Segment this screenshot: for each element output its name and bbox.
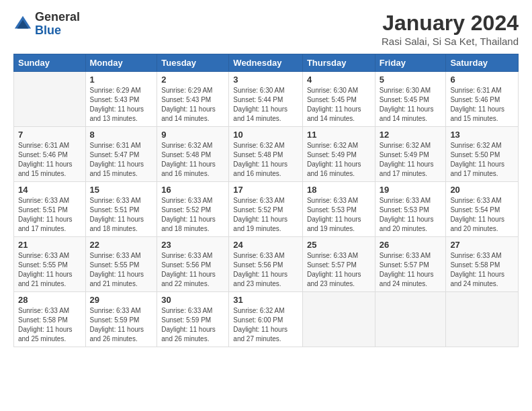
day-number: 23 [161,240,224,250]
table-row: 24Sunrise: 6:33 AM Sunset: 5:56 PM Dayli… [229,237,303,292]
day-info: Sunrise: 6:33 AM Sunset: 5:58 PM Dayligh… [18,306,81,344]
table-row: 7Sunrise: 6:31 AM Sunset: 5:46 PM Daylig… [14,127,86,182]
day-number: 11 [307,130,371,140]
table-row [14,72,86,127]
col-monday: Monday [85,54,157,72]
table-row: 18Sunrise: 6:33 AM Sunset: 5:53 PM Dayli… [302,182,375,237]
day-number: 4 [307,75,371,85]
logo: General Blue [13,11,80,38]
calendar-week-0: 1Sunrise: 6:29 AM Sunset: 5:43 PM Daylig… [14,72,519,127]
table-row: 4Sunrise: 6:30 AM Sunset: 5:45 PM Daylig… [302,72,375,127]
day-number: 2 [161,75,224,85]
table-row: 15Sunrise: 6:33 AM Sunset: 5:51 PM Dayli… [85,182,157,237]
day-number: 7 [18,130,81,140]
day-number: 14 [18,185,81,195]
table-row: 10Sunrise: 6:32 AM Sunset: 5:48 PM Dayli… [229,127,303,182]
day-info: Sunrise: 6:33 AM Sunset: 5:59 PM Dayligh… [161,306,224,344]
day-info: Sunrise: 6:32 AM Sunset: 5:50 PM Dayligh… [450,141,514,179]
table-row: 8Sunrise: 6:31 AM Sunset: 5:47 PM Daylig… [85,127,157,182]
day-info: Sunrise: 6:31 AM Sunset: 5:47 PM Dayligh… [90,141,153,179]
day-info: Sunrise: 6:33 AM Sunset: 5:56 PM Dayligh… [161,251,224,289]
day-info: Sunrise: 6:30 AM Sunset: 5:45 PM Dayligh… [380,86,442,124]
col-thursday: Thursday [302,54,375,72]
table-row: 16Sunrise: 6:33 AM Sunset: 5:52 PM Dayli… [157,182,229,237]
calendar-week-1: 7Sunrise: 6:31 AM Sunset: 5:46 PM Daylig… [14,127,519,182]
day-number: 16 [161,185,224,195]
table-row: 25Sunrise: 6:33 AM Sunset: 5:57 PM Dayli… [302,237,375,292]
col-friday: Friday [375,54,446,72]
table-row: 5Sunrise: 6:30 AM Sunset: 5:45 PM Daylig… [375,72,446,127]
day-number: 24 [233,240,298,250]
day-number: 30 [161,295,224,305]
day-number: 1 [90,75,153,85]
table-row: 13Sunrise: 6:32 AM Sunset: 5:50 PM Dayli… [446,127,519,182]
day-info: Sunrise: 6:30 AM Sunset: 5:45 PM Dayligh… [307,86,371,124]
col-sunday: Sunday [14,54,86,72]
calendar-table: Sunday Monday Tuesday Wednesday Thursday… [13,54,519,347]
day-info: Sunrise: 6:31 AM Sunset: 5:46 PM Dayligh… [450,86,514,124]
day-info: Sunrise: 6:29 AM Sunset: 5:43 PM Dayligh… [90,86,153,124]
logo-icon [13,15,32,34]
table-row: 29Sunrise: 6:33 AM Sunset: 5:59 PM Dayli… [85,292,157,347]
day-info: Sunrise: 6:33 AM Sunset: 5:52 PM Dayligh… [161,196,224,234]
day-info: Sunrise: 6:31 AM Sunset: 5:46 PM Dayligh… [18,141,81,179]
calendar-week-3: 21Sunrise: 6:33 AM Sunset: 5:55 PM Dayli… [14,237,519,292]
logo-text: General Blue [35,11,80,38]
day-number: 5 [380,75,442,85]
day-info: Sunrise: 6:32 AM Sunset: 5:49 PM Dayligh… [307,141,371,179]
day-number: 13 [450,130,514,140]
day-number: 8 [90,130,153,140]
day-info: Sunrise: 6:30 AM Sunset: 5:44 PM Dayligh… [233,86,298,124]
day-info: Sunrise: 6:33 AM Sunset: 5:55 PM Dayligh… [90,251,153,289]
day-number: 3 [233,75,298,85]
day-number: 19 [380,185,442,195]
day-info: Sunrise: 6:33 AM Sunset: 5:59 PM Dayligh… [90,306,153,344]
table-row: 12Sunrise: 6:32 AM Sunset: 5:49 PM Dayli… [375,127,446,182]
header: General Blue January 2024 Rasi Salai, Si… [13,11,519,47]
day-info: Sunrise: 6:33 AM Sunset: 5:57 PM Dayligh… [307,251,371,289]
day-info: Sunrise: 6:33 AM Sunset: 5:52 PM Dayligh… [233,196,298,234]
day-number: 20 [450,185,514,195]
table-row: 3Sunrise: 6:30 AM Sunset: 5:44 PM Daylig… [229,72,303,127]
day-number: 29 [90,295,153,305]
day-info: Sunrise: 6:29 AM Sunset: 5:43 PM Dayligh… [161,86,224,124]
table-row: 21Sunrise: 6:33 AM Sunset: 5:55 PM Dayli… [14,237,86,292]
day-number: 12 [380,130,442,140]
logo-general: General [35,11,80,24]
day-info: Sunrise: 6:33 AM Sunset: 5:51 PM Dayligh… [90,196,153,234]
day-number: 9 [161,130,224,140]
day-info: Sunrise: 6:33 AM Sunset: 5:56 PM Dayligh… [233,251,298,289]
day-info: Sunrise: 6:32 AM Sunset: 5:48 PM Dayligh… [161,141,224,179]
day-number: 26 [380,240,442,250]
day-number: 18 [307,185,371,195]
day-number: 15 [90,185,153,195]
table-row [302,292,375,347]
table-row: 27Sunrise: 6:33 AM Sunset: 5:58 PM Dayli… [446,237,519,292]
page: General Blue January 2024 Rasi Salai, Si… [0,0,532,411]
col-saturday: Saturday [446,54,519,72]
day-info: Sunrise: 6:33 AM Sunset: 5:51 PM Dayligh… [18,196,81,234]
table-row: 31Sunrise: 6:32 AM Sunset: 6:00 PM Dayli… [229,292,303,347]
day-info: Sunrise: 6:32 AM Sunset: 5:49 PM Dayligh… [380,141,442,179]
col-wednesday: Wednesday [229,54,303,72]
day-number: 28 [18,295,81,305]
table-row: 22Sunrise: 6:33 AM Sunset: 5:55 PM Dayli… [85,237,157,292]
day-info: Sunrise: 6:33 AM Sunset: 5:58 PM Dayligh… [450,251,514,289]
day-number: 22 [90,240,153,250]
header-row: Sunday Monday Tuesday Wednesday Thursday… [14,54,519,72]
table-row: 6Sunrise: 6:31 AM Sunset: 5:46 PM Daylig… [446,72,519,127]
table-row: 2Sunrise: 6:29 AM Sunset: 5:43 PM Daylig… [157,72,229,127]
calendar-week-2: 14Sunrise: 6:33 AM Sunset: 5:51 PM Dayli… [14,182,519,237]
day-number: 6 [450,75,514,85]
title-block: January 2024 Rasi Salai, Si Sa Ket, Thai… [382,11,519,47]
table-row: 1Sunrise: 6:29 AM Sunset: 5:43 PM Daylig… [85,72,157,127]
day-number: 25 [307,240,371,250]
table-row: 23Sunrise: 6:33 AM Sunset: 5:56 PM Dayli… [157,237,229,292]
day-info: Sunrise: 6:33 AM Sunset: 5:53 PM Dayligh… [380,196,442,234]
table-row: 19Sunrise: 6:33 AM Sunset: 5:53 PM Dayli… [375,182,446,237]
day-info: Sunrise: 6:32 AM Sunset: 5:48 PM Dayligh… [233,141,298,179]
table-row: 26Sunrise: 6:33 AM Sunset: 5:57 PM Dayli… [375,237,446,292]
table-row: 14Sunrise: 6:33 AM Sunset: 5:51 PM Dayli… [14,182,86,237]
table-row [375,292,446,347]
calendar-subtitle: Rasi Salai, Si Sa Ket, Thailand [382,36,519,47]
